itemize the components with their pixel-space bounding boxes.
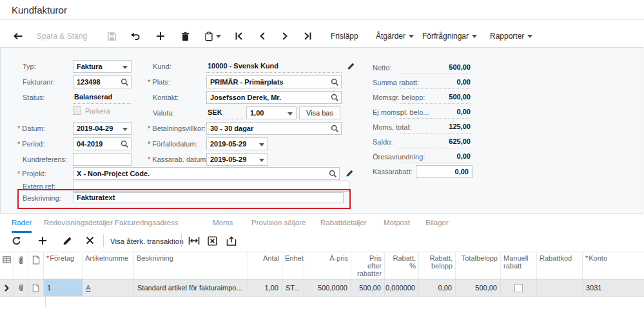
cell-rabattkod[interactable] xyxy=(537,279,583,296)
manuell-rabatt-checkbox[interactable] xyxy=(514,284,523,292)
save-button[interactable] xyxy=(107,30,117,43)
search-icon[interactable] xyxy=(331,125,339,133)
add-record-button[interactable] xyxy=(156,30,165,43)
kassarabatt-input[interactable]: 0,00 xyxy=(416,165,473,178)
column-header-beskrivning[interactable]: Beskrivning xyxy=(134,252,248,279)
column-header-konto[interactable]: *Konto xyxy=(583,252,644,279)
edit-row-icon xyxy=(63,236,72,246)
tab-bilagor[interactable]: Bilagor xyxy=(425,219,449,231)
typ-select[interactable]: Faktura xyxy=(73,60,132,73)
projekt-input[interactable]: X - Non-Project Code. xyxy=(73,167,340,180)
kundreferens-input[interactable] xyxy=(73,153,132,166)
grid-refresh-button[interactable] xyxy=(12,236,21,246)
prev-record-button[interactable] xyxy=(259,30,266,43)
tab-faktureringsadress[interactable]: Faktureringsadress xyxy=(115,219,178,231)
saldo-label: Saldo: xyxy=(373,135,393,148)
import-button[interactable] xyxy=(226,236,237,246)
kund-edit-button[interactable] xyxy=(347,62,355,70)
search-icon[interactable] xyxy=(121,140,129,148)
column-header-rabattkod[interactable]: Rabattkod xyxy=(537,252,583,279)
grid-edit-row-button[interactable] xyxy=(63,236,72,246)
artikelnummer-link[interactable]: A xyxy=(86,279,90,296)
cell-artikelnummer[interactable]: A xyxy=(83,279,134,296)
tab-motpost[interactable]: Motpost xyxy=(384,219,410,231)
delete-record-button[interactable] xyxy=(181,30,190,43)
parkera-checkbox-field[interactable]: Parkera xyxy=(73,106,110,115)
column-label: Á-pris xyxy=(329,254,348,262)
row-note-cell[interactable] xyxy=(28,279,44,296)
tab-provision-saljare[interactable]: Provision säljare xyxy=(251,219,306,231)
betalningsvillkor-input[interactable]: 30 - 30 dagar xyxy=(206,122,342,135)
cell-rabatt-belopp[interactable]: 0,00 xyxy=(419,279,456,296)
tab-moms[interactable]: Moms xyxy=(213,219,233,231)
show-recurring-button[interactable]: Visa återk. transaktion xyxy=(110,237,184,245)
grid-header-attachments[interactable] xyxy=(14,252,28,279)
cell-value: ST... xyxy=(286,279,300,296)
forfallodatum-datepicker[interactable]: 2019-05-29 xyxy=(206,137,268,150)
beskrivning-input[interactable]: Fakturatext xyxy=(73,192,344,203)
cell-apris[interactable]: 500,0000 xyxy=(304,279,351,296)
cell-foretag[interactable]: 1 xyxy=(44,279,83,296)
release-button[interactable]: Frisläpp xyxy=(331,30,358,43)
extern-ref-input[interactable] xyxy=(73,181,349,192)
projekt-edit-button[interactable] xyxy=(346,169,354,177)
cell-beskrivning[interactable]: Standard artikel för fakturaimpo... xyxy=(134,279,248,296)
column-header-rabatt-pct[interactable]: Rabatt, % xyxy=(385,252,419,279)
cell-totalbelopp[interactable]: 500,00 xyxy=(456,279,501,296)
column-header-pris-efter-rabatter[interactable]: Pris efter rabatter xyxy=(351,252,385,279)
row-attachment-cell[interactable] xyxy=(14,279,28,296)
fakturanr-input[interactable]: 123498 xyxy=(73,75,132,88)
search-icon[interactable] xyxy=(331,94,339,102)
kassarab-datum-datepicker[interactable]: 2019-05-29 xyxy=(206,153,268,166)
visa-bas-button[interactable]: Visa bas xyxy=(299,106,340,119)
reports-menu-button[interactable]: Rapporter xyxy=(490,30,532,43)
table-row[interactable]: 1 A Standard artikel för fakturaimpo... … xyxy=(0,279,644,297)
valuta-rate-select[interactable]: 1,00 xyxy=(246,106,297,119)
cell-enhet[interactable]: ST... xyxy=(282,279,304,296)
fit-width-button[interactable] xyxy=(188,236,200,245)
column-header-enhet[interactable]: Enhet xyxy=(282,252,304,279)
inquiries-menu-button[interactable]: Förfrågningar xyxy=(422,30,477,43)
grid-header-notes[interactable] xyxy=(28,252,44,279)
column-header-totalbelopp[interactable]: Totalbelopp xyxy=(456,252,501,279)
column-header-antal[interactable]: Antal xyxy=(248,252,282,279)
cell-manuell-rabatt[interactable] xyxy=(501,279,537,296)
column-header-artikelnummer[interactable]: Artikelnumme xyxy=(83,252,134,279)
grid-header-settings[interactable] xyxy=(0,252,14,279)
last-record-button[interactable] xyxy=(304,30,312,43)
datum-value: 2019-04-29 xyxy=(77,125,113,132)
ej-momspl-value: 0,00 xyxy=(400,106,471,119)
search-icon[interactable] xyxy=(121,78,129,86)
grid-delete-row-button[interactable] xyxy=(86,236,94,245)
kontakt-input[interactable]: Josefsson Derek, Mr. xyxy=(206,91,342,104)
parkera-checkbox[interactable] xyxy=(73,106,81,115)
grid-add-row-button[interactable] xyxy=(38,236,47,245)
tab-redovisningsdetaljer[interactable]: Redovisningsdetaljer xyxy=(44,219,113,231)
next-record-button[interactable] xyxy=(282,30,289,43)
search-icon[interactable] xyxy=(329,170,337,178)
cell-pris-efter-rabatter[interactable]: 500,00 xyxy=(351,279,385,296)
cell-konto[interactable]: 3031 xyxy=(583,279,644,296)
tab-rabattdetaljer[interactable]: Rabattdetaljer xyxy=(320,219,367,231)
plats-input[interactable]: PRIMÄR - Primärplats xyxy=(206,75,342,88)
chevron-down-icon xyxy=(472,35,477,38)
back-button[interactable] xyxy=(13,30,23,43)
tab-rader[interactable]: Rader xyxy=(12,219,32,233)
undo-button[interactable] xyxy=(130,30,141,43)
typ-value: Faktura xyxy=(77,63,102,70)
column-header-rabatt-belopp[interactable]: Rabatt, belopp xyxy=(419,252,456,279)
datum-datepicker[interactable]: 2019-04-29 xyxy=(73,122,132,135)
period-input[interactable]: 04-2019 xyxy=(73,137,132,150)
search-icon[interactable] xyxy=(331,78,339,86)
actions-menu-button[interactable]: Åtgärder xyxy=(376,30,414,43)
save-close-button[interactable]: Spara & Stäng xyxy=(37,30,87,43)
cell-antal[interactable]: 1,00 xyxy=(248,279,282,296)
copy-paste-button[interactable] xyxy=(205,30,221,43)
first-record-button[interactable] xyxy=(235,30,243,43)
export-excel-button[interactable] xyxy=(208,236,217,246)
edit-icon xyxy=(346,169,354,177)
column-header-manuell-rabatt[interactable]: Manuell rabatt xyxy=(501,252,537,279)
cell-rabatt-pct[interactable]: 0,000000 xyxy=(385,279,419,296)
column-header-foretag[interactable]: *Företag xyxy=(44,252,83,279)
column-header-apris[interactable]: Á-pris xyxy=(304,252,351,279)
